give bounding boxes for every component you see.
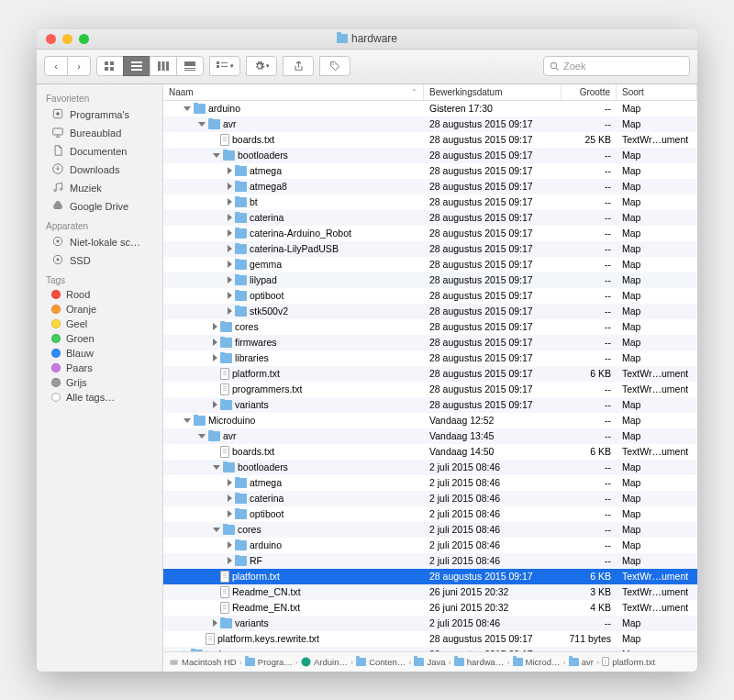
disclosure-open-icon[interactable] [213,528,220,532]
sidebar-item[interactable]: Alle tags… [37,390,162,405]
file-row[interactable]: Readme_EN.txt26 juni 2015 20:324 KBTextW… [163,600,697,616]
disclosure-closed-icon[interactable] [228,510,232,517]
disclosure-closed-icon[interactable] [228,261,232,268]
sidebar-item[interactable]: Paars [37,361,162,375]
file-row[interactable]: caterina-LilyPadUSB28 augustus 2015 09:1… [163,241,697,257]
disclosure-closed-icon[interactable] [228,292,232,299]
disclosure-closed-icon[interactable] [228,229,232,237]
path-segment[interactable]: Arduin… [301,657,348,667]
sidebar-item[interactable]: Google Drive [37,197,162,216]
file-row[interactable]: cores28 augustus 2015 09:17--Map [163,319,697,335]
file-row[interactable]: caterina-Arduino_Robot28 augustus 2015 0… [163,226,697,241]
file-row[interactable]: Readme_CN.txt26 juni 2015 20:323 KBTextW… [163,584,697,600]
disclosure-closed-icon[interactable] [228,479,232,486]
search-input[interactable]: Zoek [543,56,690,76]
arrange-button[interactable]: ▾ [209,56,240,76]
disclosure-closed-icon[interactable] [213,354,217,361]
share-button[interactable] [283,56,314,76]
file-row[interactable]: avr28 augustus 2015 09:17--Map [163,117,697,132]
disclosure-closed-icon[interactable] [228,276,232,283]
disclosure-closed-icon[interactable] [228,557,232,564]
file-row[interactable]: bootloaders28 augustus 2015 09:17--Map [163,148,697,163]
disclosure-closed-icon[interactable] [228,245,232,252]
disclosure-open-icon[interactable] [213,465,220,470]
action-button[interactable]: ▾ [246,56,277,76]
col-name[interactable]: Naam⌃ [163,84,424,100]
disclosure-open-icon[interactable] [198,434,206,439]
file-row[interactable]: stk500v228 augustus 2015 09:17--Map [163,304,697,319]
icon-view-button[interactable] [96,56,124,76]
path-segment[interactable]: hardwa… [454,657,505,667]
file-row[interactable]: avrVandaag 13:45--Map [163,428,697,444]
file-row[interactable]: bt28 augustus 2015 09:17--Map [163,194,697,210]
file-row[interactable]: optiboot28 augustus 2015 09:17--Map [163,288,697,304]
sidebar-item[interactable]: Geel [37,317,162,331]
sidebar-item[interactable]: Bureaublad [37,124,162,142]
file-row[interactable]: atmega828 augustus 2015 09:17--Map [163,179,697,194]
sidebar-item[interactable]: Muziek [37,179,162,197]
file-row[interactable]: RF2 juli 2015 08:46--Map [163,553,697,569]
sidebar-item[interactable]: Oranje [37,302,162,317]
path-segment[interactable]: platform.txt [602,657,655,667]
col-kind[interactable]: Soort [617,84,697,100]
disclosure-open-icon[interactable] [213,153,220,158]
file-row[interactable]: cores2 juli 2015 08:46--Map [163,522,697,538]
sidebar-item[interactable]: Downloads [37,161,162,179]
file-row[interactable]: gemma28 augustus 2015 09:17--Map [163,257,697,272]
file-row[interactable]: caterina28 augustus 2015 09:17--Map [163,210,697,226]
disclosure-open-icon[interactable] [184,106,191,111]
disclosure-closed-icon[interactable] [213,339,217,346]
path-segment[interactable]: Macintosh HD [169,657,237,667]
sidebar-item[interactable]: Grijs [37,375,162,390]
file-row[interactable]: lilypad28 augustus 2015 09:17--Map [163,272,697,288]
file-row[interactable]: variants28 augustus 2015 09:17--Map [163,397,697,413]
path-bar[interactable]: Macintosh HD›Progra…›Arduin…›Conten…›Jav… [163,651,697,672]
sidebar-item[interactable]: Groen [37,331,162,346]
disclosure-closed-icon[interactable] [228,541,232,549]
sidebar-item[interactable]: Niet-lokale sc… [37,233,162,251]
forward-button[interactable]: › [67,56,91,76]
col-date[interactable]: Bewerkingsdatum [424,84,562,100]
list-view-button[interactable] [123,56,150,76]
path-segment[interactable]: Conten… [356,657,406,667]
sidebar-item[interactable]: Documenten [37,142,162,161]
file-row[interactable]: bootloaders2 juli 2015 08:46--Map [163,460,697,475]
path-segment[interactable]: avr [569,657,594,667]
file-row[interactable]: platform.txt28 augustus 2015 09:176 KBTe… [163,366,697,382]
col-size[interactable]: Grootte [562,84,617,100]
coverflow-view-button[interactable] [176,56,204,76]
disclosure-closed-icon[interactable] [228,183,232,190]
file-row[interactable]: atmega2 juli 2015 08:46--Map [163,475,697,491]
file-row[interactable]: MicroduinoVandaag 12:52--Map [163,413,697,428]
file-row[interactable]: firmwares28 augustus 2015 09:17--Map [163,335,697,350]
sidebar-item[interactable]: SSD [37,251,162,270]
file-row[interactable]: libraries28 augustus 2015 09:17--Map [163,350,697,366]
disclosure-closed-icon[interactable] [213,323,217,330]
file-row[interactable]: platform.txt28 augustus 2015 09:176 KBTe… [163,569,697,584]
sidebar-item[interactable]: Rood [37,287,162,302]
file-row[interactable]: boards.txtVandaag 14:506 KBTextWr…ument [163,444,697,460]
titlebar[interactable]: hardware [37,29,697,50]
disclosure-closed-icon[interactable] [228,307,232,315]
path-segment[interactable]: Progra… [245,657,293,667]
disclosure-closed-icon[interactable] [213,619,217,627]
file-row[interactable]: arduino2 juli 2015 08:46--Map [163,538,697,553]
file-row[interactable]: atmega28 augustus 2015 09:17--Map [163,163,697,179]
back-button[interactable]: ‹ [44,56,68,76]
column-view-button[interactable] [150,56,177,76]
tags-button[interactable] [319,56,350,76]
path-segment[interactable]: Microd… [513,657,561,667]
file-row[interactable]: programmers.txt28 augustus 2015 09:17--T… [163,382,697,397]
disclosure-closed-icon[interactable] [228,167,232,174]
disclosure-closed-icon[interactable] [228,198,232,206]
file-row[interactable]: boards.txt28 augustus 2015 09:1725 KBTex… [163,132,697,148]
file-row[interactable]: caterina2 juli 2015 08:46--Map [163,491,697,506]
file-list[interactable]: arduinoGisteren 17:30--Mapavr28 augustus… [163,101,697,651]
sidebar-item[interactable]: Programma's [37,106,162,124]
disclosure-open-icon[interactable] [198,122,206,127]
disclosure-closed-icon[interactable] [213,401,217,408]
disclosure-closed-icon[interactable] [228,494,232,502]
file-row[interactable]: optiboot2 juli 2015 08:46--Map [163,506,697,522]
disclosure-open-icon[interactable] [184,418,191,423]
path-segment[interactable]: Java [414,657,445,667]
